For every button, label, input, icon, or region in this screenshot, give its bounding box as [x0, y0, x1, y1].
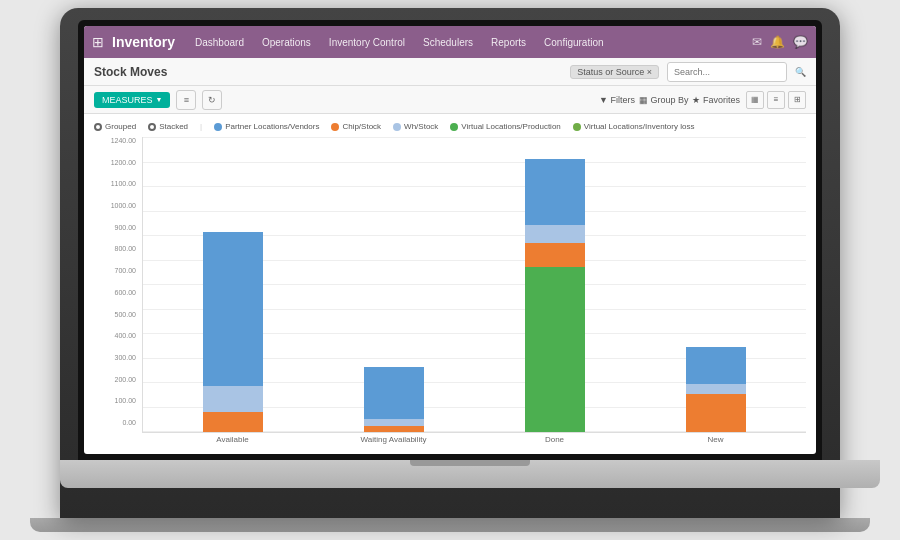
chart-container: 1240.00 1200.00 1100.00 1000.00 900.00 8…: [94, 137, 806, 446]
x-label-waiting: Waiting Availability: [354, 435, 434, 444]
segment-lightblue-new: [686, 384, 746, 394]
grouped-radio: [94, 123, 102, 131]
group-by-btn[interactable]: ▦ Group By: [639, 95, 689, 105]
refresh-icon[interactable]: ↻: [202, 90, 222, 110]
nav-operations[interactable]: Operations: [258, 35, 315, 50]
view-icons: ▦ ≡ ⊞: [746, 91, 806, 109]
action-toolbar: MEASURES ▼ ≡ ↻ ▼ Filters ▦ Group By ★ Fa…: [84, 86, 816, 114]
chat-icon[interactable]: 💬: [793, 35, 808, 49]
page-title: Stock Moves: [94, 65, 167, 79]
bars-row: [143, 137, 806, 432]
segment-blue-done: [525, 159, 585, 225]
stacked-bar-available: [203, 232, 263, 432]
segment-blue-waiting: [364, 367, 424, 419]
grid-icon: ⊞: [92, 34, 104, 50]
legend-virtual-inv: Virtual Locations/Inventory loss: [573, 122, 695, 131]
top-nav: ⊞ Inventory Dashboard Operations Invento…: [84, 26, 816, 58]
stacked-bar-new: [686, 347, 746, 432]
legend-grouped: Grouped: [94, 122, 136, 131]
nav-reports[interactable]: Reports: [487, 35, 530, 50]
bar-done: [525, 132, 585, 432]
filter-tag[interactable]: Status or Source ×: [570, 65, 659, 79]
measures-button[interactable]: MEASURES ▼: [94, 92, 170, 108]
x-label-done: Done: [515, 435, 595, 444]
stacked-bar-waiting: [364, 367, 424, 432]
y-axis: 1240.00 1200.00 1100.00 1000.00 900.00 8…: [94, 137, 142, 446]
nav-menu: Dashboard Operations Inventory Control S…: [191, 35, 748, 50]
nav-inventory-control[interactable]: Inventory Control: [325, 35, 409, 50]
stacked-radio: [148, 123, 156, 131]
bar-waiting: [364, 367, 424, 432]
legend-wh-stock: Wh/Stock: [393, 122, 438, 131]
segment-lightblue-available: [203, 386, 263, 412]
stacked-bar-done: [525, 132, 585, 432]
pivot-view-icon[interactable]: ⊞: [788, 91, 806, 109]
legend-chip-stock: Chip/Stock: [331, 122, 381, 131]
laptop-shell: ⊞ Inventory Dashboard Operations Invento…: [60, 8, 840, 518]
chip-color: [331, 123, 339, 131]
list-chart-view-icon[interactable]: ≡: [767, 91, 785, 109]
filter-group: ▼ Filters ▦ Group By ★ Favorites: [599, 95, 740, 105]
mail-icon[interactable]: ✉: [752, 35, 762, 49]
wh-color: [393, 123, 401, 131]
x-label-available: Available: [193, 435, 273, 444]
segment-blue-new: [686, 347, 746, 384]
segment-orange-new: [686, 394, 746, 432]
segment-orange-done: [525, 243, 585, 267]
nav-right-icons: ✉ 🔔 💬: [752, 35, 808, 49]
chart-plot: Available Waiting Availability Done New: [142, 137, 806, 446]
legend-stacked: Stacked: [148, 122, 188, 131]
segment-lightblue-waiting: [364, 419, 424, 426]
chart-area: Grouped Stacked | Partner Locations/Vend…: [84, 114, 816, 454]
list-view-icon[interactable]: ≡: [176, 90, 196, 110]
search-input[interactable]: [667, 62, 787, 82]
partner-color: [214, 123, 222, 131]
filters-btn[interactable]: ▼ Filters: [599, 95, 635, 105]
chart-legend: Grouped Stacked | Partner Locations/Vend…: [94, 122, 806, 131]
favorites-btn[interactable]: ★ Favorites: [692, 95, 740, 105]
virtual-prod-color: [450, 123, 458, 131]
app-title: Inventory: [112, 34, 175, 50]
segment-orange-available: [203, 412, 263, 432]
segment-lightblue-done: [525, 225, 585, 243]
nav-configuration[interactable]: Configuration: [540, 35, 607, 50]
segment-blue-available: [203, 232, 263, 386]
secondary-toolbar: Stock Moves Status or Source × 🔍: [84, 58, 816, 86]
bar-new: [686, 347, 746, 432]
screen: ⊞ Inventory Dashboard Operations Invento…: [84, 26, 816, 454]
virtual-inv-color: [573, 123, 581, 131]
segment-orange-waiting: [364, 426, 424, 432]
search-icon[interactable]: 🔍: [795, 67, 806, 77]
x-axis-labels: Available Waiting Availability Done New: [142, 433, 806, 446]
nav-dashboard[interactable]: Dashboard: [191, 35, 248, 50]
bar-chart-view-icon[interactable]: ▦: [746, 91, 764, 109]
legend-virtual-prod: Virtual Locations/Production: [450, 122, 560, 131]
screen-bezel: ⊞ Inventory Dashboard Operations Invento…: [78, 20, 822, 460]
segment-green-done: [525, 267, 585, 432]
x-label-new: New: [676, 435, 756, 444]
measures-arrow-icon: ▼: [156, 96, 163, 103]
bell-icon[interactable]: 🔔: [770, 35, 785, 49]
bar-available: [203, 232, 263, 432]
nav-schedulers[interactable]: Schedulers: [419, 35, 477, 50]
chart-bars-area: [142, 137, 806, 433]
legend-partner-locations: Partner Locations/Vendors: [214, 122, 319, 131]
laptop-bottom: [30, 518, 870, 532]
laptop-base: [60, 460, 880, 488]
